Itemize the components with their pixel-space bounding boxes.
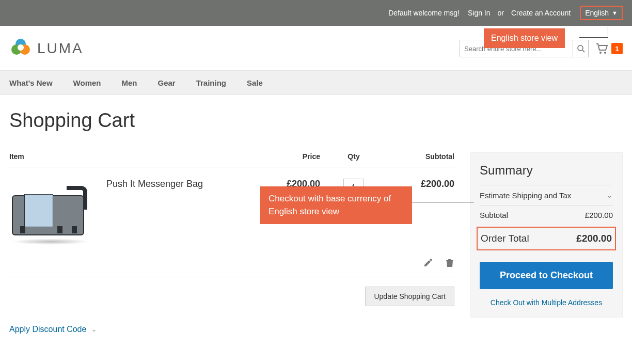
- trash-icon: [445, 258, 454, 267]
- svg-point-7: [604, 52, 606, 54]
- estimate-shipping-toggle[interactable]: Estimate Shipping and Tax ⌄: [480, 185, 613, 205]
- main-nav: What's New Women Men Gear Training Sale: [0, 70, 632, 95]
- cart-count-badge: 1: [611, 43, 623, 54]
- remove-item-button[interactable]: [445, 258, 454, 270]
- nav-sale[interactable]: Sale: [247, 78, 263, 87]
- col-header-qty: Qty: [320, 152, 387, 161]
- svg-point-3: [18, 44, 24, 51]
- nav-women[interactable]: Women: [73, 78, 101, 87]
- product-name[interactable]: Push It Messenger Bag: [106, 179, 203, 189]
- estimate-label: Estimate Shipping and Tax: [480, 191, 571, 200]
- storeview-annotation: English store view: [484, 28, 565, 48]
- chevron-down-icon: ⌄: [606, 191, 613, 200]
- svg-line-5: [582, 50, 584, 52]
- create-account-link[interactable]: Create an Account: [511, 9, 571, 17]
- nav-men[interactable]: Men: [121, 78, 137, 87]
- or-text: or: [498, 9, 504, 17]
- page-title: Shopping Cart: [9, 109, 623, 132]
- top-bar: Default welcome msg! Sign In or Create a…: [0, 0, 632, 26]
- search-icon: [577, 44, 585, 53]
- sign-in-link[interactable]: Sign In: [468, 9, 491, 17]
- multi-address-link[interactable]: Check Out with Multiple Addresses: [480, 298, 613, 307]
- product-image[interactable]: [9, 179, 92, 246]
- annotation-line: [412, 202, 474, 202]
- currency-annotation: Checkout with base currency of English s…: [260, 186, 412, 224]
- proceed-checkout-button[interactable]: Proceed to Checkout: [480, 262, 613, 289]
- logo-icon: [9, 36, 32, 61]
- page-main: Shopping Cart Item Price Qty Subtotal: [0, 95, 632, 355]
- order-total-row: Order Total £200.00: [477, 227, 616, 250]
- order-summary: Summary Estimate Shipping and Tax ⌄ Subt…: [470, 152, 623, 318]
- pencil-icon: [423, 258, 433, 267]
- nav-gear[interactable]: Gear: [157, 78, 175, 87]
- edit-item-button[interactable]: [423, 258, 433, 270]
- welcome-message: Default welcome msg!: [388, 9, 460, 17]
- col-header-price: Price: [253, 152, 320, 161]
- order-total-label: Order Total: [481, 233, 529, 244]
- discount-label: Apply Discount Code: [9, 325, 86, 334]
- apply-discount-toggle[interactable]: Apply Discount Code ⌄: [9, 325, 97, 334]
- update-cart-button[interactable]: Update Shopping Cart: [365, 287, 454, 306]
- subtotal-value: £200.00: [585, 211, 613, 219]
- annotation-line: [579, 37, 608, 38]
- chevron-down-icon: ▼: [612, 10, 618, 16]
- summary-title: Summary: [480, 163, 613, 178]
- order-total-value: £200.00: [576, 233, 612, 244]
- nav-training[interactable]: Training: [196, 78, 226, 87]
- language-switcher[interactable]: English ▼: [580, 6, 623, 20]
- cart-table: Item Price Qty Subtotal: [9, 152, 454, 334]
- logo-text: LUMA: [37, 40, 84, 57]
- col-header-item: Item: [9, 152, 253, 161]
- cart-icon: [596, 43, 608, 54]
- search-button[interactable]: [573, 40, 588, 57]
- annotation-line: [608, 26, 608, 37]
- chevron-down-icon: ⌄: [91, 326, 97, 333]
- mini-cart[interactable]: 1: [596, 43, 623, 54]
- logo[interactable]: LUMA: [9, 36, 84, 61]
- svg-point-4: [578, 45, 583, 51]
- svg-point-6: [599, 52, 602, 54]
- col-header-subtotal: Subtotal: [387, 152, 454, 161]
- subtotal-label: Subtotal: [480, 211, 508, 219]
- nav-whats-new[interactable]: What's New: [9, 78, 53, 87]
- language-label: English: [585, 9, 609, 17]
